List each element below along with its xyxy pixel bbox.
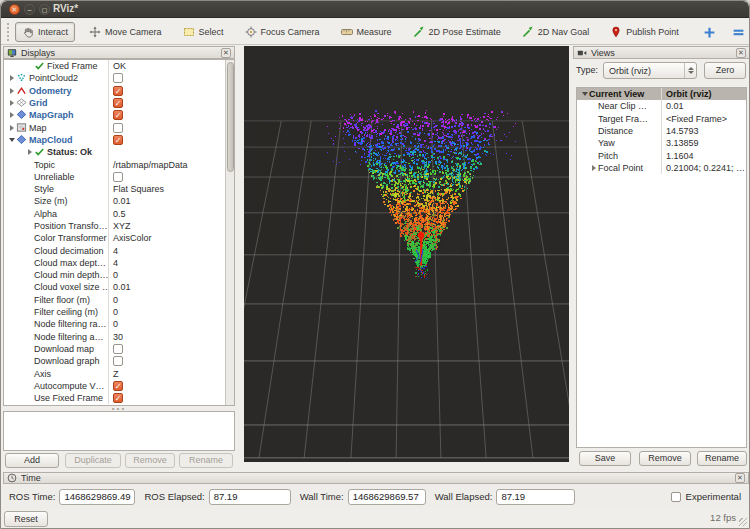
row-value-text[interactable]: 0 [113, 295, 118, 305]
row-value-text[interactable]: 0.01 [113, 282, 131, 292]
checkbox-checked[interactable]: ✓ [113, 86, 123, 96]
tree-row-cloud-decimation[interactable]: Cloud decimation4 [4, 244, 234, 256]
tree-row-size-m-[interactable]: Size (m)0.01 [4, 195, 234, 207]
collapse-arrow-icon[interactable] [7, 138, 16, 142]
tree-row-download-map[interactable]: Download map [4, 343, 234, 355]
window-maximize-button[interactable]: ▢ [39, 4, 50, 15]
tree-row-style[interactable]: StyleFlat Squares [4, 183, 234, 195]
checkbox-unchecked[interactable] [113, 172, 123, 182]
titlebar[interactable]: ✕ – ▢ RViz* [1, 1, 749, 18]
window-close-button[interactable]: ✕ [9, 4, 20, 15]
row-value-text[interactable]: Flat Squares [113, 184, 164, 194]
tree-row-color-transformer[interactable]: Color TransformerAxisColor [4, 232, 234, 244]
tree-row-mapgraph[interactable]: MapGraph✓ [4, 109, 234, 121]
tool-publish-point[interactable]: Publish Point [603, 22, 686, 42]
expand-arrow-icon[interactable] [25, 149, 34, 155]
window-resize-grip[interactable] [739, 518, 747, 526]
checkbox-checked[interactable]: ✓ [113, 393, 123, 403]
row-value-text[interactable]: 14.5793 [666, 126, 699, 136]
row-value-text[interactable]: OK [113, 61, 126, 71]
tree-row-node-filtering-a-[interactable]: Node filtering a…30 [4, 331, 234, 343]
tree-row-near-clip-[interactable]: Near Clip …0.01 [577, 100, 746, 112]
remove-button[interactable]: Remove [639, 451, 691, 466]
time-field-input[interactable]: 87.19 [496, 489, 575, 505]
row-value-text[interactable]: 30 [113, 332, 123, 342]
tree-row-current-view[interactable]: Current ViewOrbit (rviz) [577, 88, 746, 100]
tool-focus-camera[interactable]: Focus Camera [238, 22, 327, 42]
row-value-text[interactable]: Z [113, 369, 119, 379]
tree-row-map[interactable]: Map [4, 121, 234, 133]
tool-interact[interactable]: Interact [15, 22, 75, 42]
tree-row-target-fra-[interactable]: Target Fra…<Fixed Frame> [577, 113, 746, 125]
tool-measure[interactable]: Measure [334, 22, 399, 42]
tree-row-yaw[interactable]: Yaw3.13859 [577, 137, 746, 149]
tool-move-camera[interactable]: Move Camera [82, 22, 169, 42]
time-field-input[interactable]: 1468629869.57 [348, 489, 426, 505]
tree-row-pitch[interactable]: Pitch1.1604 [577, 149, 746, 161]
tree-row-cloud-min-depth-[interactable]: Cloud min depth…0 [4, 269, 234, 281]
displays-panel-header[interactable]: Displays ✕ [3, 46, 235, 59]
row-value-text[interactable]: AxisColor [113, 233, 152, 243]
add-button[interactable]: Add [5, 453, 59, 468]
checkbox-checked[interactable]: ✓ [113, 381, 123, 391]
tree-row-filter-ceiling-m-[interactable]: Filter ceiling (m)0 [4, 306, 234, 318]
row-value-text[interactable]: 0.01 [113, 196, 131, 206]
row-value-text[interactable]: 0.5 [113, 209, 126, 219]
remove-button[interactable]: Remove [125, 453, 175, 468]
row-value-text[interactable]: 4 [113, 258, 118, 268]
displays-scrollbar-thumb[interactable] [227, 62, 234, 172]
tool-2d-pose-estimate[interactable]: 2D Pose Estimate [406, 22, 508, 42]
3d-viewport[interactable] [244, 46, 569, 462]
row-value-text[interactable]: Orbit (rviz) [666, 89, 712, 99]
time-close-icon[interactable]: ✕ [735, 473, 745, 483]
row-value-text[interactable]: 4 [113, 246, 118, 256]
row-value-text[interactable]: 0.21004; 0.2241; … [666, 163, 745, 173]
reset-button[interactable]: Reset [4, 511, 48, 527]
time-field-input[interactable]: 87.19 [209, 489, 291, 505]
tree-row-grid[interactable]: Grid✓ [4, 97, 234, 109]
tree-row-use-fixed-frame[interactable]: Use Fixed Frame✓ [4, 392, 234, 404]
displays-close-icon[interactable]: ✕ [221, 48, 231, 58]
tree-row-alpha[interactable]: Alpha0.5 [4, 208, 234, 220]
row-value-text[interactable]: XYZ [113, 221, 131, 231]
tree-row-cloud-voxel-size-[interactable]: Cloud voxel size …0.01 [4, 281, 234, 293]
row-value-text[interactable]: 0 [113, 270, 118, 280]
tree-row-status-ok[interactable]: Status: Ok [4, 146, 234, 158]
collapse-arrow-icon[interactable] [580, 92, 589, 96]
row-value-text[interactable]: 3.13859 [666, 138, 699, 148]
row-value-text[interactable]: /rtabmap/mapData [113, 160, 188, 170]
tree-row-topic[interactable]: Topic/rtabmap/mapData [4, 158, 234, 170]
tree-row-odometry[interactable]: Odometry✓ [4, 85, 234, 97]
view-type-combo[interactable]: Orbit (rviz) [603, 62, 697, 79]
save-button[interactable]: Save [579, 451, 631, 466]
tool-select[interactable]: Select [176, 22, 231, 42]
tree-row-focal-point[interactable]: Focal Point0.21004; 0.2241; … [577, 162, 746, 174]
add-tool-icon[interactable] [703, 25, 716, 38]
row-value-text[interactable]: 1.1604 [666, 151, 694, 161]
tree-row-cloud-max-dept-[interactable]: Cloud max dept…4 [4, 257, 234, 269]
expand-arrow-icon[interactable] [7, 112, 16, 118]
checkbox-checked[interactable]: ✓ [113, 98, 123, 108]
tool-2d-nav-goal[interactable]: 2D Nav Goal [515, 22, 597, 42]
tree-row-axis[interactable]: AxisZ [4, 367, 234, 379]
checkbox-unchecked[interactable] [113, 356, 123, 366]
rename-button[interactable]: Rename [697, 451, 747, 466]
expand-arrow-icon[interactable] [7, 100, 16, 106]
tree-row-filter-floor-m-[interactable]: Filter floor (m)0 [4, 294, 234, 306]
remove-tool-icon[interactable] [732, 25, 745, 38]
expand-arrow-icon[interactable] [7, 75, 16, 81]
checkbox-checked[interactable]: ✓ [113, 135, 123, 145]
zero-button[interactable]: Zero [704, 62, 746, 79]
tree-row-mapcloud[interactable]: MapCloud✓ [4, 134, 234, 146]
time-panel-header[interactable]: Time ✕ [3, 472, 749, 484]
tree-row-position-transfo-[interactable]: Position Transfo…XYZ [4, 220, 234, 232]
expand-arrow-icon[interactable] [7, 125, 16, 131]
checkbox-unchecked[interactable] [113, 123, 123, 133]
toolbar-drag-handle[interactable] [7, 23, 9, 41]
tree-row-pointcloud2[interactable]: PointCloud2 [4, 72, 234, 84]
window-minimize-button[interactable]: – [24, 4, 35, 15]
tree-row-autocompute-v-[interactable]: Autocompute V…✓ [4, 380, 234, 392]
tree-row-download-graph[interactable]: Download graph [4, 355, 234, 367]
combo-spinner-icon[interactable] [684, 63, 696, 78]
checkbox-unchecked[interactable] [113, 73, 123, 83]
